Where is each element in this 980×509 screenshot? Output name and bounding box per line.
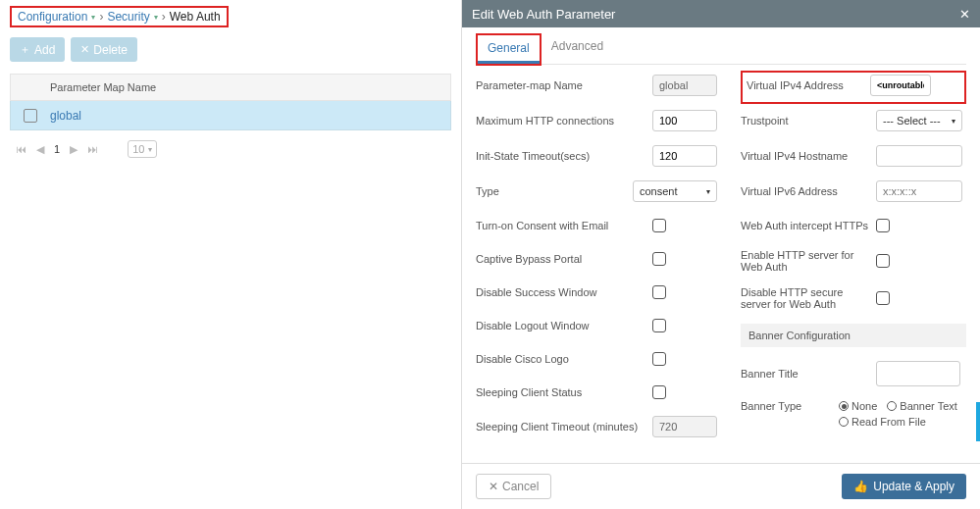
virtual-ipv6-input[interactable]: [876, 180, 962, 202]
virtual-ipv4-hostname-label: Virtual IPv4 Hostname: [741, 150, 876, 162]
caret-down-icon: ▾: [148, 145, 152, 154]
banner-type-none[interactable]: None: [839, 400, 877, 412]
banner-type-label: Banner Type: [741, 400, 839, 412]
page-size-value: 10: [132, 143, 144, 155]
sleeping-status-label: Sleeping Client Status: [476, 386, 652, 398]
type-value: consent: [640, 185, 678, 197]
banner-config-header: Banner Configuration: [741, 324, 966, 347]
cancel-button[interactable]: ✕ Cancel: [476, 474, 551, 499]
action-bar: ＋ Add ✕ Delete: [10, 37, 451, 62]
virtual-ipv4-label: Virtual IPv4 Address: [747, 79, 870, 91]
panel-tabs: General Advanced: [476, 33, 966, 65]
pager-first[interactable]: ⏮: [16, 143, 26, 155]
disable-https-label: Disable HTTP secure server for Web Auth: [741, 286, 876, 310]
disable-logout-checkbox[interactable]: [652, 319, 666, 332]
init-timeout-input[interactable]: [652, 145, 717, 167]
update-apply-button[interactable]: 👍 Update & Apply: [842, 474, 966, 499]
virtual-ipv4-hostname-input[interactable]: [876, 145, 962, 167]
thumbs-up-icon: 👍: [853, 480, 868, 493]
disable-https-checkbox[interactable]: [876, 291, 890, 305]
init-timeout-label: Init-State Timeout(secs): [476, 150, 652, 162]
x-icon: ✕: [489, 480, 498, 493]
intercept-https-label: Web Auth intercept HTTPs: [741, 220, 876, 231]
panel-title: Edit Web Auth Parameter: [472, 7, 615, 22]
delete-button[interactable]: ✕ Delete: [71, 37, 137, 62]
caret-down-icon: ▾: [706, 187, 710, 196]
param-name-input: [652, 75, 717, 96]
scroll-accent: [976, 402, 980, 441]
panel-footer: ✕ Cancel 👍 Update & Apply: [462, 463, 980, 509]
virtual-ipv4-input[interactable]: [870, 75, 931, 96]
consent-email-label: Turn-on Consent with Email: [476, 220, 652, 231]
add-button[interactable]: ＋ Add: [10, 37, 65, 62]
enable-http-label: Enable HTTP server for Web Auth: [741, 249, 876, 273]
trustpoint-label: Trustpoint: [741, 115, 876, 127]
type-label: Type: [476, 185, 633, 197]
breadcrumb: Configuration ▾ › Security ▾ › Web Auth: [10, 6, 229, 27]
max-http-input[interactable]: [652, 110, 717, 131]
pager: ⏮ ◀ 1 ▶ ⏭ 10 ▾: [10, 140, 451, 158]
panel-body: General Advanced Parameter-map Name Maxi…: [462, 27, 980, 463]
table-header: Parameter Map Name: [10, 74, 451, 101]
form-col-right: Virtual IPv4 Address Trustpoint --- Sele…: [741, 75, 966, 451]
banner-title-input[interactable]: [876, 361, 960, 386]
max-http-label: Maximum HTTP connections: [476, 115, 652, 127]
chevron-right-icon: ›: [162, 10, 166, 24]
web-auth-page: Configuration ▾ › Security ▾ › Web Auth …: [0, 0, 461, 164]
page-size-select[interactable]: 10 ▾: [128, 140, 157, 158]
param-name-label: Parameter-map Name: [476, 79, 652, 91]
consent-email-checkbox[interactable]: [652, 219, 666, 232]
disable-success-label: Disable Success Window: [476, 286, 652, 298]
virtual-ipv6-label: Virtual IPv6 Address: [741, 185, 876, 197]
trustpoint-value: --- Select ---: [883, 115, 941, 127]
disable-logo-label: Disable Cisco Logo: [476, 353, 652, 365]
pager-prev[interactable]: ◀: [36, 143, 44, 156]
breadcrumb-current: Web Auth: [170, 10, 221, 24]
disable-logo-checkbox[interactable]: [652, 352, 666, 366]
caret-down-icon: ▾: [952, 117, 955, 126]
delete-button-label: Delete: [93, 43, 128, 57]
virtual-ipv4-highlight: Virtual IPv4 Address: [741, 71, 966, 104]
captive-bypass-label: Captive Bypass Portal: [476, 253, 652, 265]
type-select[interactable]: consent▾: [633, 180, 717, 202]
add-button-label: Add: [34, 43, 55, 57]
radio-icon: [839, 401, 849, 411]
form-col-left: Parameter-map Name Maximum HTTP connecti…: [476, 75, 721, 451]
sleeping-timeout-input: [652, 416, 717, 437]
captive-bypass-checkbox[interactable]: [652, 252, 666, 266]
radio-icon: [887, 401, 897, 411]
pager-current: 1: [54, 143, 60, 155]
trustpoint-select[interactable]: --- Select ---▾: [876, 110, 962, 131]
panel-header: Edit Web Auth Parameter ✕: [462, 0, 980, 27]
pager-last[interactable]: ⏭: [87, 143, 98, 155]
banner-title-label: Banner Title: [741, 368, 876, 380]
breadcrumb-security[interactable]: Security: [107, 10, 149, 24]
sleeping-timeout-label: Sleeping Client Timeout (minutes): [476, 421, 652, 433]
tab-advanced[interactable]: Advanced: [542, 33, 613, 64]
form-columns: Parameter-map Name Maximum HTTP connecti…: [476, 75, 966, 451]
enable-http-checkbox[interactable]: [876, 254, 890, 268]
tab-general[interactable]: General: [478, 35, 540, 64]
apply-label: Update & Apply: [873, 480, 954, 493]
table-row[interactable]: global: [10, 101, 451, 130]
intercept-https-checkbox[interactable]: [876, 219, 890, 232]
close-icon[interactable]: ✕: [959, 7, 970, 22]
caret-down-icon[interactable]: ▾: [91, 13, 95, 22]
row-checkbox[interactable]: [24, 109, 37, 123]
caret-down-icon[interactable]: ▾: [154, 13, 158, 22]
disable-logout-label: Disable Logout Window: [476, 320, 652, 331]
column-header[interactable]: Parameter Map Name: [50, 81, 156, 93]
radio-icon: [839, 417, 849, 427]
pager-next[interactable]: ▶: [70, 143, 77, 156]
cancel-label: Cancel: [502, 480, 539, 493]
banner-type-text[interactable]: Banner Text: [887, 400, 957, 412]
disable-success-checkbox[interactable]: [652, 285, 666, 299]
chevron-right-icon: ›: [99, 10, 103, 24]
x-icon: ✕: [80, 43, 89, 56]
plus-icon: ＋: [20, 42, 30, 57]
banner-type-file[interactable]: Read From File: [839, 416, 926, 428]
sleeping-status-checkbox[interactable]: [652, 385, 666, 399]
parameter-map-link[interactable]: global: [50, 109, 81, 123]
edit-web-auth-panel: Edit Web Auth Parameter ✕ General Advanc…: [461, 0, 980, 509]
breadcrumb-configuration[interactable]: Configuration: [18, 10, 87, 24]
